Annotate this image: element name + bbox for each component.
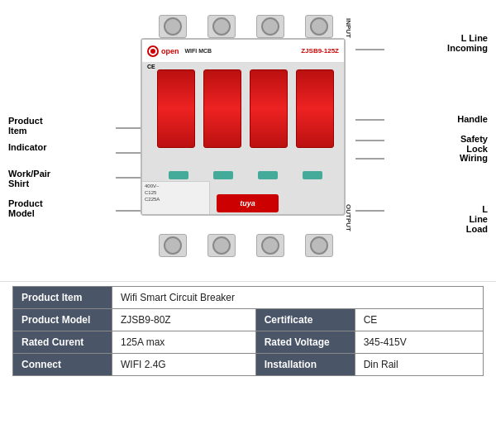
table-row-connect: Connect WIFI 2.4G Installation Din Rail xyxy=(13,354,484,376)
product-item-table-label: Product Item xyxy=(13,287,112,309)
l-line-load-label: L Line Load xyxy=(466,204,488,234)
certificate-value: CE xyxy=(355,309,483,331)
bot-terminal-4 xyxy=(305,234,333,257)
screw-3 xyxy=(261,17,279,36)
bot-screw-3 xyxy=(261,236,279,255)
work-pair-shirt-label: Work/Pair Shirt xyxy=(8,169,50,188)
tuya-logo: tuya xyxy=(217,194,279,212)
diagram-section: Product Item Indicator Work/Pair Shirt P… xyxy=(0,0,496,281)
certificate-label: Certificate xyxy=(255,309,355,331)
product-model-label: Product Model xyxy=(8,198,43,218)
top-terminals xyxy=(149,15,343,38)
info-text: 400V~C125C225A xyxy=(145,183,207,203)
wiring-label: Wiring xyxy=(460,153,488,163)
status-row xyxy=(146,171,345,179)
output-label: OUTPUT xyxy=(345,204,352,231)
bot-terminal-2 xyxy=(207,234,236,257)
table-row-rated-curent: Rated Curent 125A max Rated Voltage 345-… xyxy=(13,331,484,354)
terminal-4 xyxy=(305,15,333,38)
model-code: ZJSB9-125Z xyxy=(301,47,339,55)
terminal-1 xyxy=(159,15,187,38)
rated-voltage-value: 345-415V xyxy=(355,331,483,354)
handles-row xyxy=(146,63,345,154)
installation-label: Installation xyxy=(255,354,355,376)
bottom-terminals xyxy=(149,234,343,257)
input-label: INPUT xyxy=(345,18,352,38)
rated-curent-label: Rated Curent xyxy=(13,331,112,354)
bot-terminal-3 xyxy=(256,234,284,257)
info-panel: 400V~C125C225A xyxy=(142,181,210,214)
table-row-product-item: Product Item Wifi Smart Circuit Breaker xyxy=(13,287,484,309)
brand-logo-dot xyxy=(150,49,155,54)
handle-1 xyxy=(157,69,195,148)
breaker-diagram: INPUT N xyxy=(128,8,355,260)
table-section: Product Item Wifi Smart Circuit Breaker … xyxy=(0,281,496,448)
breaker-body: open WIFI MCB ZJSB9-125Z CE xyxy=(141,38,346,216)
screw-1 xyxy=(164,17,182,36)
status-2 xyxy=(213,171,233,179)
screw-4 xyxy=(310,17,328,36)
installation-value: Din Rail xyxy=(355,354,483,376)
terminal-3 xyxy=(256,15,284,38)
terminal-2 xyxy=(207,15,236,38)
handle-label: Handle xyxy=(457,114,488,124)
brand-logo-circle xyxy=(147,45,159,57)
table-row-product-model: Product Model ZJSB9-80Z Certificate CE xyxy=(13,309,484,331)
main-container: Product Item Indicator Work/Pair Shirt P… xyxy=(0,0,496,448)
tuya-text: tuya xyxy=(240,199,255,207)
bot-screw-2 xyxy=(212,236,231,255)
status-3 xyxy=(258,171,278,179)
info-table: Product Item Wifi Smart Circuit Breaker … xyxy=(12,286,484,376)
l-line-incoming-label: L LineIncoming xyxy=(447,33,488,53)
status-1 xyxy=(169,171,188,179)
safety-lock-label: Safety Lock xyxy=(460,134,488,154)
handle-3 xyxy=(250,69,288,148)
bot-screw-1 xyxy=(164,236,182,255)
handle-2 xyxy=(203,69,241,148)
bot-terminal-1 xyxy=(159,234,187,257)
wifi-mcb-label: WIFI MCB xyxy=(185,48,212,54)
indicator-label: Indicator xyxy=(8,142,46,152)
bot-screw-4 xyxy=(310,236,328,255)
status-4 xyxy=(303,171,322,179)
connect-label: Connect xyxy=(13,354,112,376)
connect-value: WIFI 2.4G xyxy=(112,354,256,376)
screw-2 xyxy=(212,17,231,36)
rated-voltage-label: Rated Voltage xyxy=(255,331,355,354)
brand-area: open WIFI MCB xyxy=(147,45,212,57)
product-item-label: Product Item xyxy=(8,116,43,136)
product-model-table-label: Product Model xyxy=(13,309,112,331)
product-model-value: ZJSB9-80Z xyxy=(112,309,256,331)
handle-4 xyxy=(296,69,334,148)
brand-bar: open WIFI MCB ZJSB9-125Z xyxy=(142,40,344,63)
rated-curent-value: 125A max xyxy=(112,331,256,354)
brand-name: open xyxy=(161,47,179,55)
product-item-value: Wifi Smart Circuit Breaker xyxy=(112,287,484,309)
